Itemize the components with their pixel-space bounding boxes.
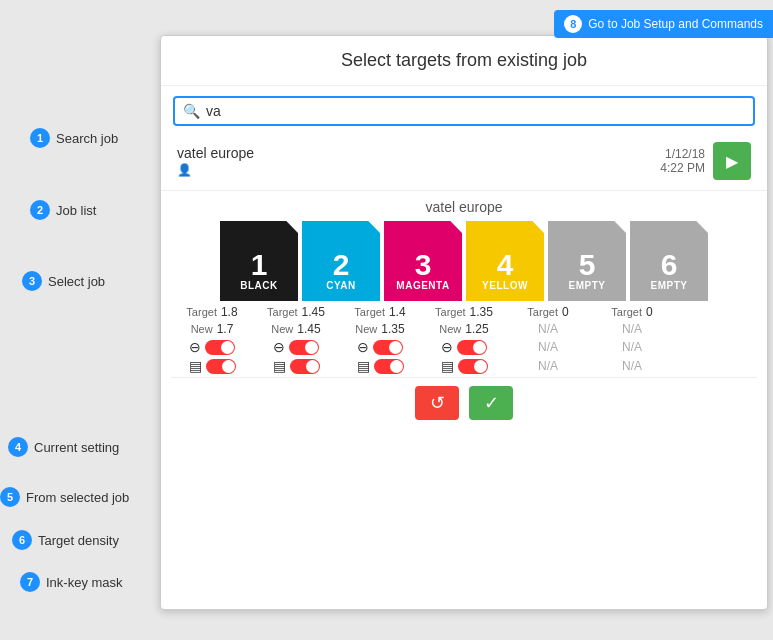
inkkey-icon-3: ▤ [357, 358, 370, 374]
job-name: vatel europe [177, 145, 254, 161]
badge-8: 8 [564, 15, 582, 33]
new-row: New 1.7 New 1.45 New 1.35 New 1.25 N/A [171, 322, 757, 336]
search-input-wrap: 🔍 [173, 96, 755, 126]
play-button[interactable]: ▶ [713, 142, 751, 180]
inkkey-icon-1: ▤ [189, 358, 202, 374]
job-date: 1/12/18 4:22 PM [660, 147, 705, 175]
ink-label-magenta: MAGENTA [396, 280, 449, 291]
ink-label-yellow: YELLOW [482, 280, 528, 291]
ink-num-3: 3 [415, 250, 432, 280]
ink-card-black: 1 BLACK [220, 221, 298, 301]
bottom-buttons: ↺ ✓ [171, 377, 757, 428]
toggle2-3[interactable] [374, 359, 404, 374]
annotation-current-setting: 4 Current setting [8, 437, 119, 457]
dialog-title: Select targets from existing job [161, 36, 767, 86]
target-cell-3: Target 1.4 [339, 305, 421, 319]
target-density-icon-4: ⊖ [441, 339, 453, 355]
ink-card-yellow: 4 YELLOW [466, 221, 544, 301]
ink-label-cyan: CYAN [326, 280, 355, 291]
confirm-button[interactable]: ✓ [469, 386, 513, 420]
search-input[interactable] [206, 103, 745, 119]
ink-num-1: 1 [251, 250, 268, 280]
toggle2-cell-4: ▤ [423, 358, 505, 374]
ink-section: vatel europe 1 BLACK 2 CYAN 3 MAGENTA 4 … [161, 190, 767, 609]
new-cell-6: N/A [591, 322, 673, 336]
ink-card-cyan: 2 CYAN [302, 221, 380, 301]
toggle2-cell-5: N/A [507, 359, 589, 373]
toggle1-cell-6: N/A [591, 340, 673, 354]
toggle1-cell-5: N/A [507, 340, 589, 354]
toggle1-cell-4: ⊖ [423, 339, 505, 355]
inkkey-icon-2: ▤ [273, 358, 286, 374]
ink-num-2: 2 [333, 250, 350, 280]
ink-card-magenta: 3 MAGENTA [384, 221, 462, 301]
cancel-button[interactable]: ↺ [415, 386, 459, 420]
job-date-line1: 1/12/18 [660, 147, 705, 161]
toggle2-4[interactable] [458, 359, 488, 374]
annotation-from-selected: 5 From selected job [0, 487, 129, 507]
toggle1-2[interactable] [289, 340, 319, 355]
new-cell-3: New 1.35 [339, 322, 421, 336]
target-row: Target 1.8 Target 1.45 Target 1.4 Target… [171, 305, 757, 319]
annotation-select-job: 3 Select job [22, 271, 105, 291]
target-density-icon-2: ⊖ [273, 339, 285, 355]
go-to-job-setup-label: Go to Job Setup and Commands [588, 17, 763, 31]
ink-num-6: 6 [661, 250, 678, 280]
toggle1-3[interactable] [373, 340, 403, 355]
new-cell-5: N/A [507, 322, 589, 336]
toggle2-cell-3: ▤ [339, 358, 421, 374]
new-cell-4: New 1.25 [423, 322, 505, 336]
target-cell-5: Target 0 [507, 305, 589, 319]
target-cell-6: Target 0 [591, 305, 673, 319]
target-cell-4: Target 1.35 [423, 305, 505, 319]
toggle1-cell-3: ⊖ [339, 339, 421, 355]
target-cell-2: Target 1.45 [255, 305, 337, 319]
ink-colors: 1 BLACK 2 CYAN 3 MAGENTA 4 YELLOW 5 EMPT… [171, 221, 757, 301]
target-density-icon-1: ⊖ [189, 339, 201, 355]
data-rows: Target 1.8 Target 1.45 Target 1.4 Target… [171, 305, 757, 377]
job-right: 1/12/18 4:22 PM ▶ [660, 142, 751, 180]
ink-num-5: 5 [579, 250, 596, 280]
toggle2-cell-1: ▤ [171, 358, 253, 374]
search-icon: 🔍 [183, 103, 200, 119]
go-to-job-setup-button[interactable]: 8 Go to Job Setup and Commands [554, 10, 773, 38]
main-dialog: Select targets from existing job 🔍 vatel… [160, 35, 768, 610]
toggle2-1[interactable] [206, 359, 236, 374]
annotation-job-list: 2 Job list [30, 200, 96, 220]
new-cell-2: New 1.45 [255, 322, 337, 336]
target-density-icon-3: ⊖ [357, 339, 369, 355]
ink-label-empty-5: EMPTY [569, 280, 606, 291]
toggle2-cell-2: ▤ [255, 358, 337, 374]
annotation-ink-key-mask: 7 Ink-key mask [20, 572, 123, 592]
toggle2-2[interactable] [290, 359, 320, 374]
annotation-target-density: 6 Target density [12, 530, 119, 550]
ink-label-empty-6: EMPTY [651, 280, 688, 291]
ink-job-name: vatel europe [171, 199, 757, 215]
job-date-line2: 4:22 PM [660, 161, 705, 175]
job-left: vatel europe 👤 [177, 145, 254, 177]
ink-card-empty-5: 5 EMPTY [548, 221, 626, 301]
annotation-search-job: 1 Search job [30, 128, 118, 148]
toggle1-cell-2: ⊖ [255, 339, 337, 355]
toggle2-cell-6: N/A [591, 359, 673, 373]
ink-card-empty-6: 6 EMPTY [630, 221, 708, 301]
new-cell-1: New 1.7 [171, 322, 253, 336]
ink-num-4: 4 [497, 250, 514, 280]
toggle1-cell-1: ⊖ [171, 339, 253, 355]
toggle-row-2: ▤ ▤ ▤ ▤ N/A N/A [171, 358, 757, 374]
toggle-row-1: ⊖ ⊖ ⊖ ⊖ N/A N/A [171, 339, 757, 355]
job-list: vatel europe 👤 1/12/18 4:22 PM ▶ [161, 132, 767, 190]
search-area: 🔍 [161, 86, 767, 132]
ink-label-black: BLACK [240, 280, 278, 291]
job-item[interactable]: vatel europe 👤 1/12/18 4:22 PM ▶ [173, 136, 755, 186]
inkkey-icon-4: ▤ [441, 358, 454, 374]
job-user-icon: 👤 [177, 163, 254, 177]
toggle1-1[interactable] [205, 340, 235, 355]
toggle1-4[interactable] [457, 340, 487, 355]
target-cell-1: Target 1.8 [171, 305, 253, 319]
